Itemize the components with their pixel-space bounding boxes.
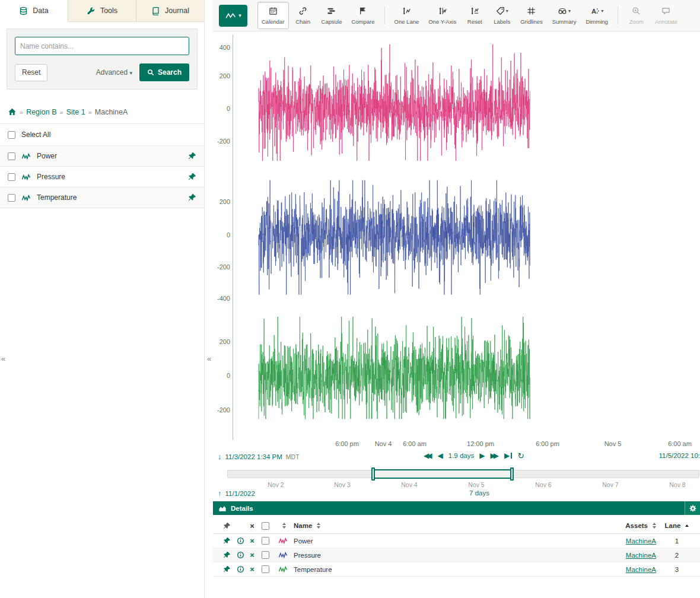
item-checkbox[interactable] xyxy=(8,194,15,202)
area-chart-icon xyxy=(218,505,227,512)
pin-icon[interactable] xyxy=(188,152,196,160)
scrubber-handle-left[interactable] xyxy=(371,467,375,481)
collapse-left-edge-handle[interactable]: « xyxy=(1,354,5,363)
item-checkbox[interactable] xyxy=(8,152,15,160)
column-header-name[interactable]: Name xyxy=(294,522,312,529)
toolbar-button-annotate[interactable]: Annotate xyxy=(651,2,682,29)
tab-tools[interactable]: Tools xyxy=(68,0,136,22)
trend-view-button[interactable]: ▾ xyxy=(219,5,247,27)
tab-journal-label: Journal xyxy=(165,7,189,15)
range-duration-label[interactable]: 1.9 days xyxy=(448,452,474,459)
auto-update-icon[interactable]: ↻ xyxy=(517,451,524,460)
tab-journal[interactable]: Journal xyxy=(136,0,204,22)
pin-icon[interactable] xyxy=(223,551,231,559)
toolbar-button-one-lane[interactable]: One Lane xyxy=(390,2,424,29)
step-back-icon[interactable]: ◀ xyxy=(438,452,443,459)
breadcrumb: » Region B » Site 1 » MachineA xyxy=(0,90,204,124)
pin-icon[interactable] xyxy=(188,173,196,181)
search-panel: Reset Advanced ▾ Search xyxy=(7,28,198,90)
search-button[interactable]: Search xyxy=(139,63,189,81)
investigate-range-row: ↑ 11/1/2022 7 days xyxy=(213,489,700,500)
sort-lane-control[interactable] xyxy=(685,524,689,527)
pin-icon[interactable] xyxy=(188,193,196,202)
step-forward-icon[interactable]: ▶ xyxy=(479,452,485,459)
breadcrumb-region[interactable]: Region B xyxy=(26,108,56,116)
column-header-lane[interactable]: Lane xyxy=(665,522,681,529)
toolbar-button-reset-scale[interactable]: Reset xyxy=(462,2,488,29)
toolbar-button-capsule[interactable]: Capsule xyxy=(317,2,346,29)
info-icon[interactable] xyxy=(237,551,244,559)
remove-icon[interactable]: × xyxy=(250,537,254,545)
investigate-start-label[interactable]: 11/1/2022 xyxy=(225,490,255,497)
info-icon[interactable] xyxy=(237,565,244,573)
select-all-checkbox[interactable] xyxy=(8,131,15,139)
toolbar-button-dimming[interactable]: A ▾ Dimming xyxy=(581,2,612,29)
toolbar-button-gridlines[interactable]: Gridlines xyxy=(516,2,547,29)
row-name: Power xyxy=(294,537,313,545)
toolbar-button-chain[interactable]: Chain xyxy=(290,2,316,29)
asset-link[interactable]: MachineA xyxy=(626,566,656,573)
home-icon[interactable] xyxy=(8,107,17,116)
trend-lane-power[interactable] xyxy=(233,34,699,172)
investigate-duration-label[interactable]: 7 days xyxy=(469,489,489,497)
toolbar-button-one-y-axis[interactable]: One Y-Axis xyxy=(424,2,460,29)
capsule-icon xyxy=(327,6,336,16)
step-back-fast-icon[interactable]: ◀◀ xyxy=(424,452,432,459)
scrubber-selection[interactable] xyxy=(373,469,512,479)
remove-all-icon[interactable]: × xyxy=(250,522,254,530)
trend-lane-pressure[interactable] xyxy=(233,172,699,308)
step-to-end-icon[interactable]: ▶ xyxy=(504,452,512,459)
pin-icon[interactable] xyxy=(223,565,231,573)
scrubber-handle-right[interactable] xyxy=(510,467,514,481)
trend-lane-temperature[interactable] xyxy=(233,308,699,440)
investigate-start-arrow-icon[interactable]: ↑ xyxy=(218,489,222,498)
toolbar-button-labels[interactable]: ▾ Labels xyxy=(489,2,515,29)
details-settings-button[interactable] xyxy=(685,501,700,515)
table-row-power[interactable]: × Power MachineA 1 xyxy=(213,534,700,548)
range-start-arrow-icon[interactable]: ↓ xyxy=(218,452,222,461)
calendar-icon xyxy=(269,6,278,16)
breadcrumb-site[interactable]: Site 1 xyxy=(66,108,85,116)
table-row-temperature[interactable]: × Temperature MachineA 3 xyxy=(213,562,700,577)
asset-link[interactable]: MachineA xyxy=(626,552,656,559)
remove-icon[interactable]: × xyxy=(250,551,254,559)
info-icon[interactable] xyxy=(237,537,244,545)
sort-type-control[interactable] xyxy=(282,523,286,529)
row-checkbox[interactable] xyxy=(262,565,269,573)
collapse-sidebar-handle[interactable]: « xyxy=(207,354,211,363)
list-item-pressure[interactable]: Pressure xyxy=(0,167,204,187)
toolbar-button-zoom[interactable]: Zoom xyxy=(623,2,650,29)
range-end-label[interactable]: 11/5/2022 10: xyxy=(659,452,700,459)
row-lane: 1 xyxy=(675,537,679,545)
x-axis-tick: 6:00 pm xyxy=(536,440,559,447)
toolbar-button-compare[interactable]: Compare xyxy=(347,2,378,29)
x-axis-tick: 6:00 pm xyxy=(335,440,359,447)
tab-data[interactable]: Data xyxy=(0,0,68,22)
item-label: Pressure xyxy=(37,173,65,181)
table-row-pressure[interactable]: × Pressure MachineA 2 xyxy=(213,548,700,562)
list-item-power[interactable]: Power xyxy=(0,146,204,167)
column-header-assets[interactable]: Assets xyxy=(625,522,648,529)
header-checkbox[interactable] xyxy=(262,522,269,530)
scrubber-track[interactable] xyxy=(227,470,699,478)
advanced-toggle[interactable]: Advanced ▾ xyxy=(96,68,132,77)
row-lane: 2 xyxy=(675,552,679,559)
toolbar-button-calendar[interactable]: Calendar xyxy=(257,2,289,29)
database-icon xyxy=(19,7,28,15)
range-start-label[interactable]: 11/3/2022 1:34 PM xyxy=(225,453,282,460)
row-checkbox[interactable] xyxy=(262,551,269,559)
row-checkbox[interactable] xyxy=(262,537,269,545)
trend-chart[interactable]: 400 200 0 -200 200 0 -200 -400 200 0 -20… xyxy=(213,31,700,450)
pin-icon[interactable] xyxy=(223,537,231,545)
search-input[interactable] xyxy=(15,37,189,55)
timeline-tick: Nov 5 xyxy=(468,481,484,488)
pin-column-icon[interactable] xyxy=(223,522,231,530)
sort-name-control[interactable] xyxy=(317,523,320,529)
item-checkbox[interactable] xyxy=(8,173,15,181)
step-forward-fast-icon[interactable]: ▶▶ xyxy=(490,452,498,459)
remove-icon[interactable]: × xyxy=(250,565,254,573)
asset-link[interactable]: MachineA xyxy=(626,537,656,545)
list-item-temperature[interactable]: Temperature xyxy=(0,187,204,208)
toolbar-button-summary[interactable]: ▾ Summary xyxy=(548,2,581,29)
reset-button[interactable]: Reset xyxy=(15,64,47,81)
